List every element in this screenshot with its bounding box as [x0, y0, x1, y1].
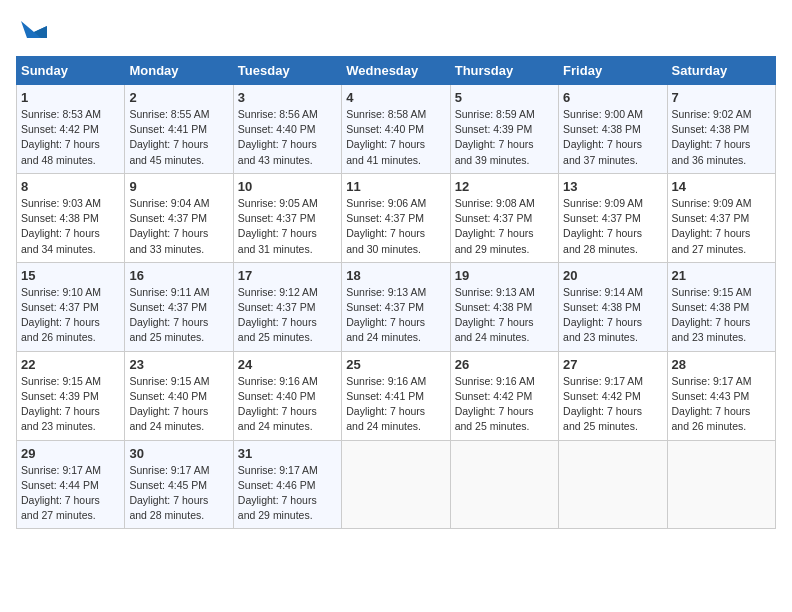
calendar-table: SundayMondayTuesdayWednesdayThursdayFrid… [16, 56, 776, 529]
calendar-cell: 8Sunrise: 9:03 AM Sunset: 4:38 PM Daylig… [17, 173, 125, 262]
calendar-cell: 4Sunrise: 8:58 AM Sunset: 4:40 PM Daylig… [342, 85, 450, 174]
calendar-cell: 20Sunrise: 9:14 AM Sunset: 4:38 PM Dayli… [559, 262, 667, 351]
day-number: 25 [346, 357, 445, 372]
day-number: 6 [563, 90, 662, 105]
calendar-cell: 9Sunrise: 9:04 AM Sunset: 4:37 PM Daylig… [125, 173, 233, 262]
day-number: 29 [21, 446, 120, 461]
day-info: Sunrise: 8:56 AM Sunset: 4:40 PM Dayligh… [238, 107, 337, 168]
calendar-cell: 5Sunrise: 8:59 AM Sunset: 4:39 PM Daylig… [450, 85, 558, 174]
day-info: Sunrise: 9:17 AM Sunset: 4:44 PM Dayligh… [21, 463, 120, 524]
day-info: Sunrise: 9:10 AM Sunset: 4:37 PM Dayligh… [21, 285, 120, 346]
day-info: Sunrise: 9:17 AM Sunset: 4:42 PM Dayligh… [563, 374, 662, 435]
day-info: Sunrise: 9:16 AM Sunset: 4:41 PM Dayligh… [346, 374, 445, 435]
day-info: Sunrise: 9:15 AM Sunset: 4:38 PM Dayligh… [672, 285, 771, 346]
day-number: 12 [455, 179, 554, 194]
column-header-wednesday: Wednesday [342, 57, 450, 85]
calendar-cell: 17Sunrise: 9:12 AM Sunset: 4:37 PM Dayli… [233, 262, 341, 351]
day-info: Sunrise: 9:17 AM Sunset: 4:46 PM Dayligh… [238, 463, 337, 524]
calendar-cell: 16Sunrise: 9:11 AM Sunset: 4:37 PM Dayli… [125, 262, 233, 351]
day-info: Sunrise: 9:03 AM Sunset: 4:38 PM Dayligh… [21, 196, 120, 257]
calendar-cell: 11Sunrise: 9:06 AM Sunset: 4:37 PM Dayli… [342, 173, 450, 262]
day-number: 10 [238, 179, 337, 194]
day-info: Sunrise: 9:11 AM Sunset: 4:37 PM Dayligh… [129, 285, 228, 346]
day-info: Sunrise: 9:09 AM Sunset: 4:37 PM Dayligh… [563, 196, 662, 257]
calendar-cell: 1Sunrise: 8:53 AM Sunset: 4:42 PM Daylig… [17, 85, 125, 174]
calendar-cell [450, 440, 558, 529]
calendar-cell: 26Sunrise: 9:16 AM Sunset: 4:42 PM Dayli… [450, 351, 558, 440]
day-number: 16 [129, 268, 228, 283]
day-number: 11 [346, 179, 445, 194]
day-info: Sunrise: 9:16 AM Sunset: 4:40 PM Dayligh… [238, 374, 337, 435]
column-header-monday: Monday [125, 57, 233, 85]
calendar-week-5: 29Sunrise: 9:17 AM Sunset: 4:44 PM Dayli… [17, 440, 776, 529]
calendar-week-1: 1Sunrise: 8:53 AM Sunset: 4:42 PM Daylig… [17, 85, 776, 174]
day-number: 26 [455, 357, 554, 372]
day-number: 20 [563, 268, 662, 283]
day-info: Sunrise: 8:55 AM Sunset: 4:41 PM Dayligh… [129, 107, 228, 168]
day-number: 22 [21, 357, 120, 372]
day-number: 24 [238, 357, 337, 372]
calendar-cell: 12Sunrise: 9:08 AM Sunset: 4:37 PM Dayli… [450, 173, 558, 262]
calendar-cell: 10Sunrise: 9:05 AM Sunset: 4:37 PM Dayli… [233, 173, 341, 262]
day-number: 4 [346, 90, 445, 105]
day-number: 19 [455, 268, 554, 283]
column-header-tuesday: Tuesday [233, 57, 341, 85]
page-header [16, 16, 776, 46]
day-info: Sunrise: 8:59 AM Sunset: 4:39 PM Dayligh… [455, 107, 554, 168]
day-number: 14 [672, 179, 771, 194]
calendar-cell [342, 440, 450, 529]
day-info: Sunrise: 9:15 AM Sunset: 4:40 PM Dayligh… [129, 374, 228, 435]
calendar-cell: 28Sunrise: 9:17 AM Sunset: 4:43 PM Dayli… [667, 351, 775, 440]
logo-icon [19, 16, 49, 46]
calendar-cell [559, 440, 667, 529]
calendar-cell: 2Sunrise: 8:55 AM Sunset: 4:41 PM Daylig… [125, 85, 233, 174]
day-number: 23 [129, 357, 228, 372]
calendar-cell: 29Sunrise: 9:17 AM Sunset: 4:44 PM Dayli… [17, 440, 125, 529]
calendar-cell: 13Sunrise: 9:09 AM Sunset: 4:37 PM Dayli… [559, 173, 667, 262]
column-header-friday: Friday [559, 57, 667, 85]
day-number: 17 [238, 268, 337, 283]
day-number: 13 [563, 179, 662, 194]
day-info: Sunrise: 9:16 AM Sunset: 4:42 PM Dayligh… [455, 374, 554, 435]
day-info: Sunrise: 9:15 AM Sunset: 4:39 PM Dayligh… [21, 374, 120, 435]
calendar-week-4: 22Sunrise: 9:15 AM Sunset: 4:39 PM Dayli… [17, 351, 776, 440]
day-info: Sunrise: 8:53 AM Sunset: 4:42 PM Dayligh… [21, 107, 120, 168]
calendar-cell: 22Sunrise: 9:15 AM Sunset: 4:39 PM Dayli… [17, 351, 125, 440]
day-info: Sunrise: 8:58 AM Sunset: 4:40 PM Dayligh… [346, 107, 445, 168]
column-header-saturday: Saturday [667, 57, 775, 85]
day-number: 30 [129, 446, 228, 461]
calendar-cell: 25Sunrise: 9:16 AM Sunset: 4:41 PM Dayli… [342, 351, 450, 440]
day-info: Sunrise: 9:04 AM Sunset: 4:37 PM Dayligh… [129, 196, 228, 257]
day-number: 8 [21, 179, 120, 194]
day-number: 1 [21, 90, 120, 105]
calendar-cell: 15Sunrise: 9:10 AM Sunset: 4:37 PM Dayli… [17, 262, 125, 351]
calendar-cell: 30Sunrise: 9:17 AM Sunset: 4:45 PM Dayli… [125, 440, 233, 529]
day-number: 15 [21, 268, 120, 283]
calendar-week-2: 8Sunrise: 9:03 AM Sunset: 4:38 PM Daylig… [17, 173, 776, 262]
calendar-cell: 23Sunrise: 9:15 AM Sunset: 4:40 PM Dayli… [125, 351, 233, 440]
day-number: 2 [129, 90, 228, 105]
column-header-thursday: Thursday [450, 57, 558, 85]
day-number: 5 [455, 90, 554, 105]
day-number: 9 [129, 179, 228, 194]
calendar-cell: 21Sunrise: 9:15 AM Sunset: 4:38 PM Dayli… [667, 262, 775, 351]
day-info: Sunrise: 9:12 AM Sunset: 4:37 PM Dayligh… [238, 285, 337, 346]
day-info: Sunrise: 9:08 AM Sunset: 4:37 PM Dayligh… [455, 196, 554, 257]
calendar-cell: 3Sunrise: 8:56 AM Sunset: 4:40 PM Daylig… [233, 85, 341, 174]
day-info: Sunrise: 9:14 AM Sunset: 4:38 PM Dayligh… [563, 285, 662, 346]
day-number: 21 [672, 268, 771, 283]
day-info: Sunrise: 9:13 AM Sunset: 4:38 PM Dayligh… [455, 285, 554, 346]
day-info: Sunrise: 9:09 AM Sunset: 4:37 PM Dayligh… [672, 196, 771, 257]
day-number: 27 [563, 357, 662, 372]
calendar-cell: 19Sunrise: 9:13 AM Sunset: 4:38 PM Dayli… [450, 262, 558, 351]
calendar-cell [667, 440, 775, 529]
calendar-cell: 7Sunrise: 9:02 AM Sunset: 4:38 PM Daylig… [667, 85, 775, 174]
day-number: 18 [346, 268, 445, 283]
calendar-cell: 27Sunrise: 9:17 AM Sunset: 4:42 PM Dayli… [559, 351, 667, 440]
calendar-cell: 6Sunrise: 9:00 AM Sunset: 4:38 PM Daylig… [559, 85, 667, 174]
day-info: Sunrise: 9:17 AM Sunset: 4:45 PM Dayligh… [129, 463, 228, 524]
calendar-cell: 14Sunrise: 9:09 AM Sunset: 4:37 PM Dayli… [667, 173, 775, 262]
day-number: 7 [672, 90, 771, 105]
day-info: Sunrise: 9:17 AM Sunset: 4:43 PM Dayligh… [672, 374, 771, 435]
day-info: Sunrise: 9:02 AM Sunset: 4:38 PM Dayligh… [672, 107, 771, 168]
